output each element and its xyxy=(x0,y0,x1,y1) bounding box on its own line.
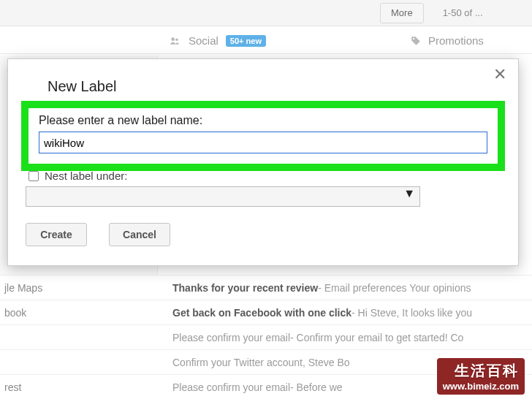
modal-overlay: ✕ New Label Please enter a new label nam… xyxy=(0,0,532,399)
dialog-title: New Label xyxy=(48,78,501,95)
highlight-box: Please enter a new label name: xyxy=(21,101,505,171)
watermark-title: 生活百科 xyxy=(443,361,519,381)
cancel-button[interactable]: Cancel xyxy=(109,223,170,246)
cancel-button-label: Cancel xyxy=(123,229,156,240)
new-label-dialog: ✕ New Label Please enter a new label nam… xyxy=(7,58,519,266)
create-button[interactable]: Create xyxy=(26,223,87,246)
watermark: 生活百科 www.bimeiz.com xyxy=(437,358,525,395)
chevron-down-icon: ▼ xyxy=(403,187,415,200)
nest-label-select[interactable]: ▼ xyxy=(26,186,420,207)
close-button[interactable]: ✕ xyxy=(492,66,508,83)
watermark-url: www.bimeiz.com xyxy=(443,381,519,392)
nest-label-text: Nest label under: xyxy=(45,170,127,182)
close-icon: ✕ xyxy=(493,65,506,83)
label-name-prompt: Please enter a new label name: xyxy=(39,114,487,127)
create-button-label: Create xyxy=(40,229,72,240)
nest-label-checkbox[interactable] xyxy=(28,171,39,181)
dialog-buttons: Create Cancel xyxy=(26,223,501,246)
nest-label-row: Nest label under: xyxy=(28,170,501,182)
label-name-input[interactable] xyxy=(39,132,487,153)
